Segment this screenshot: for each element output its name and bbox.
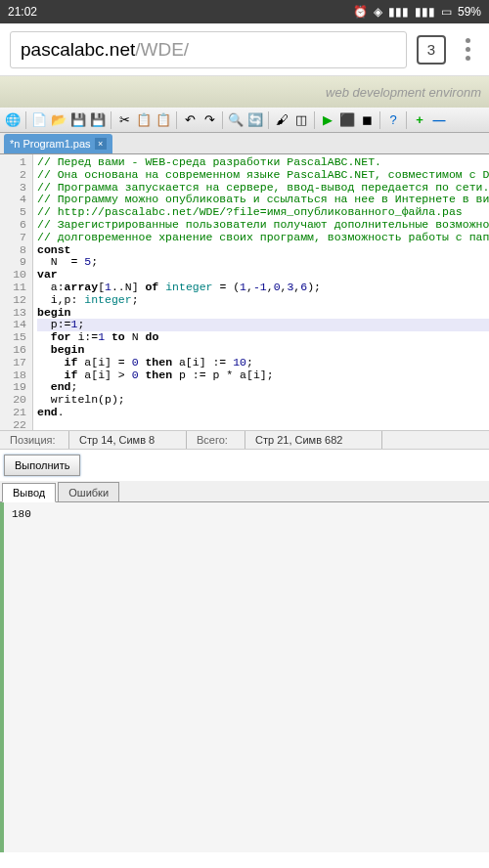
find-icon[interactable]: 🔍 xyxy=(227,111,244,129)
file-tab-program1[interactable]: *n Program1.pas × xyxy=(4,134,112,153)
line-gutter: 12345678910111213141516171819202122 xyxy=(0,154,33,430)
tab-output[interactable]: Вывод xyxy=(2,483,56,502)
status-time: 21:02 xyxy=(8,5,37,19)
file-tab-label: *n Program1.pas xyxy=(10,138,91,150)
help-icon[interactable]: ? xyxy=(384,111,402,129)
paste-icon[interactable]: 📋 xyxy=(155,111,172,129)
ide-toolbar: 🌐 📄 📂 💾 💾 ✂ 📋 📋 ↶ ↷ 🔍 🔄 🖌 ◫ ▶ ⬛ ◼ ? + — xyxy=(0,108,489,133)
undo-icon[interactable]: ↶ xyxy=(181,111,199,129)
brush-icon[interactable]: 🖌 xyxy=(273,111,290,129)
total-label: Всего: xyxy=(197,434,228,446)
signal-icon-2: ▮▮▮ xyxy=(415,5,435,19)
url-path: /WDE/ xyxy=(135,39,189,61)
code-line[interactable]: const xyxy=(37,244,489,257)
code-line[interactable]: if a[i] = 0 then a[i] := 10; xyxy=(37,357,489,369)
site-banner: web development environm xyxy=(0,76,489,108)
battery-percent: 59% xyxy=(458,5,481,19)
copy-icon[interactable]: 📋 xyxy=(135,111,153,129)
pos-label: Позиция: xyxy=(10,434,56,446)
file-tabs: *n Program1.pas × xyxy=(0,133,489,154)
separator xyxy=(25,111,26,129)
separator xyxy=(111,111,111,129)
browser-menu-icon[interactable] xyxy=(456,38,479,62)
code-line[interactable]: for i:=1 to N do xyxy=(37,331,489,344)
editor-status-bar: Позиция: Стр 14, Симв 8 Всего: Стр 21, С… xyxy=(0,430,489,450)
code-line[interactable]: begin xyxy=(37,307,489,320)
separator xyxy=(222,111,223,129)
new-file-icon[interactable]: 📄 xyxy=(30,111,48,129)
separator xyxy=(379,111,380,129)
code-line[interactable]: if a[i] > 0 then p := p * a[i]; xyxy=(37,369,489,382)
total-value: Стр 21, Симв 682 xyxy=(255,434,342,446)
code-line[interactable]: // долговременное хранение своих програм… xyxy=(37,232,489,244)
minus-icon[interactable]: — xyxy=(430,111,448,129)
code-area[interactable]: // Перед вами - WEB-среда разработки Pas… xyxy=(33,154,489,430)
output-tabs: Вывод Ошибки xyxy=(0,481,489,502)
code-line[interactable]: i,p: integer; xyxy=(37,294,489,307)
code-line[interactable]: N = 5; xyxy=(37,256,489,269)
browser-toolbar: pascalabc.net/WDE/ 3 xyxy=(0,23,489,76)
eraser-icon[interactable]: ◫ xyxy=(292,111,310,129)
wifi-icon: ◈ xyxy=(374,5,382,19)
code-line[interactable] xyxy=(37,419,489,430)
tab-errors[interactable]: Ошибки xyxy=(58,482,119,501)
battery-icon: ▭ xyxy=(441,5,452,19)
separator xyxy=(176,111,177,129)
code-line[interactable]: writeln(p); xyxy=(37,394,489,407)
tab-switcher[interactable]: 3 xyxy=(417,35,446,65)
cut-icon[interactable]: ✂ xyxy=(115,111,133,129)
separator xyxy=(268,111,269,129)
open-icon[interactable]: 📂 xyxy=(50,111,67,129)
separator xyxy=(406,111,407,129)
run-bar: Выполнить xyxy=(0,450,489,481)
output-text: 180 xyxy=(12,508,31,520)
stop-icon[interactable]: ◼ xyxy=(358,111,376,129)
step-icon[interactable]: ⬛ xyxy=(338,111,356,129)
url-host: pascalabc.net xyxy=(21,39,135,61)
close-icon[interactable]: × xyxy=(95,138,107,150)
globe-icon[interactable]: 🌐 xyxy=(4,111,22,129)
phone-status-bar: 21:02 ⏰ ◈ ▮▮▮ ▮▮▮ ▭ 59% xyxy=(0,0,489,23)
redo-icon[interactable]: ↷ xyxy=(200,111,218,129)
pos-value: Стр 14, Симв 8 xyxy=(79,434,155,446)
separator xyxy=(314,111,315,129)
alarm-icon: ⏰ xyxy=(353,5,368,19)
save-all-icon[interactable]: 💾 xyxy=(89,111,107,129)
save-icon[interactable]: 💾 xyxy=(69,111,87,129)
code-editor[interactable]: 12345678910111213141516171819202122 // П… xyxy=(0,154,489,430)
plus-icon[interactable]: + xyxy=(411,111,428,129)
run-icon[interactable]: ▶ xyxy=(319,111,336,129)
code-line[interactable]: end. xyxy=(37,407,489,419)
status-icons: ⏰ ◈ ▮▮▮ ▮▮▮ ▭ 59% xyxy=(353,5,481,19)
signal-icon: ▮▮▮ xyxy=(388,5,409,19)
url-input[interactable]: pascalabc.net/WDE/ xyxy=(10,31,407,68)
run-button[interactable]: Выполнить xyxy=(4,455,80,476)
replace-icon[interactable]: 🔄 xyxy=(246,111,264,129)
output-area[interactable]: 180 xyxy=(0,502,489,852)
code-line[interactable]: begin xyxy=(37,344,489,357)
